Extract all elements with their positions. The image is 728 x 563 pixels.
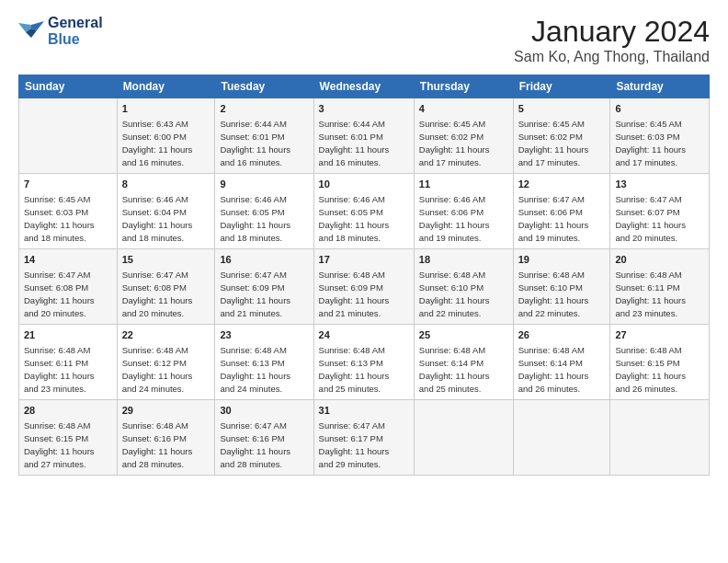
day-cell: 22Sunrise: 6:48 AM Sunset: 6:12 PM Dayli… bbox=[117, 325, 215, 400]
day-info: Sunrise: 6:48 AM Sunset: 6:16 PM Dayligh… bbox=[122, 419, 210, 470]
day-cell: 12Sunrise: 6:47 AM Sunset: 6:06 PM Dayli… bbox=[513, 174, 610, 249]
day-cell: 20Sunrise: 6:48 AM Sunset: 6:11 PM Dayli… bbox=[610, 249, 710, 325]
day-info: Sunrise: 6:43 AM Sunset: 6:00 PM Dayligh… bbox=[122, 118, 210, 168]
day-info: Sunrise: 6:46 AM Sunset: 6:04 PM Dayligh… bbox=[122, 193, 210, 244]
day-info: Sunrise: 6:48 AM Sunset: 6:11 PM Dayligh… bbox=[24, 344, 112, 395]
weekday-header-thursday: Thursday bbox=[414, 75, 513, 98]
day-number: 4 bbox=[419, 102, 508, 116]
day-number: 10 bbox=[319, 178, 409, 191]
day-cell: 1Sunrise: 6:43 AM Sunset: 6:00 PM Daylig… bbox=[117, 98, 215, 174]
day-cell: 14Sunrise: 6:47 AM Sunset: 6:08 PM Dayli… bbox=[19, 249, 118, 325]
day-cell: 29Sunrise: 6:48 AM Sunset: 6:16 PM Dayli… bbox=[117, 400, 215, 476]
day-number: 6 bbox=[615, 102, 704, 116]
day-number: 1 bbox=[122, 102, 210, 116]
weekday-header-friday: Friday bbox=[513, 75, 610, 98]
day-number: 26 bbox=[518, 328, 606, 342]
day-cell: 21Sunrise: 6:48 AM Sunset: 6:11 PM Dayli… bbox=[19, 325, 118, 400]
weekday-header-wednesday: Wednesday bbox=[313, 75, 414, 98]
day-cell: 30Sunrise: 6:47 AM Sunset: 6:16 PM Dayli… bbox=[215, 400, 313, 476]
weekday-header-tuesday: Tuesday bbox=[215, 75, 313, 98]
logo-text: General Blue bbox=[48, 15, 103, 47]
day-cell: 5Sunrise: 6:45 AM Sunset: 6:02 PM Daylig… bbox=[513, 98, 610, 174]
page: General Blue January 2024 Sam Ko, Ang Th… bbox=[0, 0, 728, 563]
day-number: 27 bbox=[615, 328, 704, 342]
week-row-5: 28Sunrise: 6:48 AM Sunset: 6:15 PM Dayli… bbox=[19, 400, 710, 476]
week-row-1: 1Sunrise: 6:43 AM Sunset: 6:00 PM Daylig… bbox=[19, 98, 710, 174]
day-info: Sunrise: 6:45 AM Sunset: 6:02 PM Dayligh… bbox=[419, 118, 508, 168]
day-cell bbox=[610, 400, 710, 476]
week-row-4: 21Sunrise: 6:48 AM Sunset: 6:11 PM Dayli… bbox=[19, 325, 710, 400]
day-cell: 8Sunrise: 6:46 AM Sunset: 6:04 PM Daylig… bbox=[117, 174, 215, 249]
day-info: Sunrise: 6:48 AM Sunset: 6:14 PM Dayligh… bbox=[419, 344, 508, 395]
day-cell: 27Sunrise: 6:48 AM Sunset: 6:15 PM Dayli… bbox=[610, 325, 710, 400]
day-cell: 6Sunrise: 6:45 AM Sunset: 6:03 PM Daylig… bbox=[610, 98, 710, 174]
day-number: 14 bbox=[24, 253, 112, 267]
day-info: Sunrise: 6:45 AM Sunset: 6:03 PM Dayligh… bbox=[24, 193, 112, 244]
day-number: 19 bbox=[518, 253, 606, 267]
day-info: Sunrise: 6:48 AM Sunset: 6:11 PM Dayligh… bbox=[615, 269, 704, 319]
day-cell: 13Sunrise: 6:47 AM Sunset: 6:07 PM Dayli… bbox=[610, 174, 710, 249]
day-info: Sunrise: 6:47 AM Sunset: 6:16 PM Dayligh… bbox=[220, 419, 308, 470]
day-cell: 18Sunrise: 6:48 AM Sunset: 6:10 PM Dayli… bbox=[414, 249, 513, 325]
svg-marker-0 bbox=[31, 21, 44, 30]
day-info: Sunrise: 6:46 AM Sunset: 6:06 PM Dayligh… bbox=[419, 193, 508, 244]
day-info: Sunrise: 6:48 AM Sunset: 6:15 PM Dayligh… bbox=[615, 344, 704, 395]
day-cell: 17Sunrise: 6:48 AM Sunset: 6:09 PM Dayli… bbox=[313, 249, 414, 325]
day-cell: 28Sunrise: 6:48 AM Sunset: 6:15 PM Dayli… bbox=[19, 400, 118, 476]
day-number: 3 bbox=[319, 102, 409, 116]
weekday-header-row: SundayMondayTuesdayWednesdayThursdayFrid… bbox=[19, 75, 710, 98]
day-number: 16 bbox=[220, 253, 308, 267]
day-info: Sunrise: 6:47 AM Sunset: 6:08 PM Dayligh… bbox=[24, 269, 112, 319]
day-info: Sunrise: 6:44 AM Sunset: 6:01 PM Dayligh… bbox=[319, 118, 409, 168]
title-block: January 2024 Sam Ko, Ang Thong, Thailand bbox=[514, 15, 710, 65]
logo: General Blue bbox=[18, 15, 103, 47]
header: General Blue January 2024 Sam Ko, Ang Th… bbox=[18, 15, 710, 65]
day-cell: 16Sunrise: 6:47 AM Sunset: 6:09 PM Dayli… bbox=[215, 249, 313, 325]
day-info: Sunrise: 6:47 AM Sunset: 6:07 PM Dayligh… bbox=[615, 193, 704, 244]
day-info: Sunrise: 6:48 AM Sunset: 6:12 PM Dayligh… bbox=[122, 344, 210, 395]
week-row-3: 14Sunrise: 6:47 AM Sunset: 6:08 PM Dayli… bbox=[19, 249, 710, 325]
location-title: Sam Ko, Ang Thong, Thailand bbox=[514, 49, 710, 65]
day-number: 22 bbox=[122, 328, 210, 342]
day-cell: 11Sunrise: 6:46 AM Sunset: 6:06 PM Dayli… bbox=[414, 174, 513, 249]
day-info: Sunrise: 6:46 AM Sunset: 6:05 PM Dayligh… bbox=[220, 193, 308, 244]
day-number: 29 bbox=[122, 404, 210, 418]
day-cell: 31Sunrise: 6:47 AM Sunset: 6:17 PM Dayli… bbox=[313, 400, 414, 476]
day-info: Sunrise: 6:47 AM Sunset: 6:09 PM Dayligh… bbox=[220, 269, 308, 319]
day-info: Sunrise: 6:46 AM Sunset: 6:05 PM Dayligh… bbox=[319, 193, 409, 244]
day-info: Sunrise: 6:47 AM Sunset: 6:17 PM Dayligh… bbox=[319, 419, 409, 470]
day-cell: 15Sunrise: 6:47 AM Sunset: 6:08 PM Dayli… bbox=[117, 249, 215, 325]
day-number: 28 bbox=[24, 404, 112, 418]
weekday-header-saturday: Saturday bbox=[610, 75, 710, 98]
day-cell: 26Sunrise: 6:48 AM Sunset: 6:14 PM Dayli… bbox=[513, 325, 610, 400]
day-info: Sunrise: 6:48 AM Sunset: 6:10 PM Dayligh… bbox=[419, 269, 508, 319]
day-number: 2 bbox=[220, 102, 308, 116]
day-info: Sunrise: 6:48 AM Sunset: 6:14 PM Dayligh… bbox=[518, 344, 606, 395]
day-number: 21 bbox=[24, 328, 112, 342]
weekday-header-monday: Monday bbox=[117, 75, 215, 98]
day-number: 13 bbox=[615, 178, 704, 191]
month-title: January 2024 bbox=[514, 15, 710, 49]
day-info: Sunrise: 6:48 AM Sunset: 6:15 PM Dayligh… bbox=[24, 419, 112, 470]
day-cell: 23Sunrise: 6:48 AM Sunset: 6:13 PM Dayli… bbox=[215, 325, 313, 400]
day-number: 12 bbox=[518, 178, 606, 191]
day-cell bbox=[19, 98, 118, 174]
day-cell: 4Sunrise: 6:45 AM Sunset: 6:02 PM Daylig… bbox=[414, 98, 513, 174]
day-number: 15 bbox=[122, 253, 210, 267]
day-number: 7 bbox=[24, 178, 112, 191]
day-cell: 9Sunrise: 6:46 AM Sunset: 6:05 PM Daylig… bbox=[215, 174, 313, 249]
day-number: 5 bbox=[518, 102, 606, 116]
weekday-header-sunday: Sunday bbox=[19, 75, 118, 98]
day-cell: 2Sunrise: 6:44 AM Sunset: 6:01 PM Daylig… bbox=[215, 98, 313, 174]
day-info: Sunrise: 6:48 AM Sunset: 6:09 PM Dayligh… bbox=[319, 269, 409, 319]
day-number: 17 bbox=[319, 253, 409, 267]
day-cell: 25Sunrise: 6:48 AM Sunset: 6:14 PM Dayli… bbox=[414, 325, 513, 400]
day-cell: 19Sunrise: 6:48 AM Sunset: 6:10 PM Dayli… bbox=[513, 249, 610, 325]
day-number: 8 bbox=[122, 178, 210, 191]
day-info: Sunrise: 6:47 AM Sunset: 6:08 PM Dayligh… bbox=[122, 269, 210, 319]
day-cell bbox=[513, 400, 610, 476]
day-number: 11 bbox=[419, 178, 508, 191]
day-cell: 7Sunrise: 6:45 AM Sunset: 6:03 PM Daylig… bbox=[19, 174, 118, 249]
day-info: Sunrise: 6:44 AM Sunset: 6:01 PM Dayligh… bbox=[220, 118, 308, 168]
day-info: Sunrise: 6:48 AM Sunset: 6:10 PM Dayligh… bbox=[518, 269, 606, 319]
